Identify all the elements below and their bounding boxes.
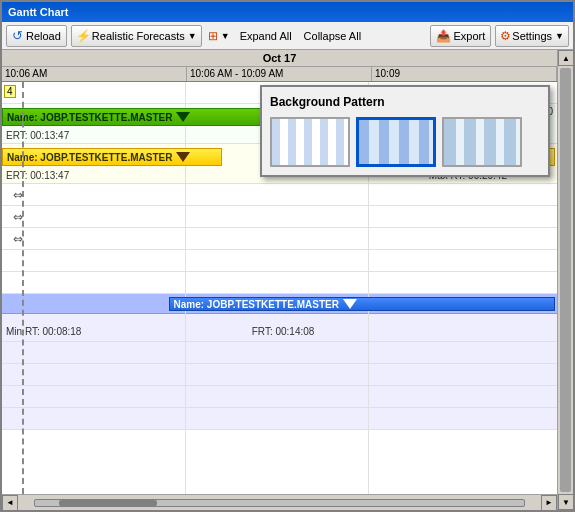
green-bar-label: Name: JOBP.TESTKETTE.MASTER (7, 112, 172, 123)
expand-dropdown-arrow: ▼ (221, 31, 230, 41)
ert-text-2: ERT: 00:13:47 (6, 170, 69, 181)
toolbar: ↺ Reload ⚡ Realistic Forecasts ▼ ⊞ ▼ Exp… (2, 22, 573, 50)
horizontal-scrollbar[interactable]: ◄ ► (2, 494, 557, 510)
forecast-dropdown-arrow: ▼ (188, 31, 197, 41)
yellow-bar-label: Name: JOBP.TESTKETTE.MASTER (7, 152, 172, 163)
table-row: Min RT: 00:08:18 FRT: 00:14:08 (2, 314, 557, 342)
blue-bar[interactable]: Name: JOBP.TESTKETTE.MASTER (169, 297, 556, 311)
export-button[interactable]: 📤 Export (430, 25, 492, 47)
expand-icon-btn[interactable]: ⊞ ▼ (206, 25, 232, 47)
table-row (2, 364, 557, 386)
expand-all-button[interactable]: Expand All (236, 25, 296, 47)
vscroll-thumb[interactable] (560, 68, 571, 492)
table-row: ⇔ (2, 184, 557, 206)
forecast-icon: ⚡ (76, 29, 91, 43)
realistic-forecasts-label: Realistic Forecasts (92, 30, 185, 42)
resize-handle-3[interactable]: ⇔ (12, 232, 24, 246)
table-row (2, 408, 557, 430)
pattern-stripes-dark (444, 119, 520, 165)
pattern-option-1[interactable] (270, 117, 350, 167)
pattern-options (270, 117, 540, 167)
time-cell-3: 10:09 (372, 67, 557, 81)
pattern-stripes-medium (359, 120, 433, 164)
ert-text-1: ERT: 00:13:47 (6, 130, 69, 141)
expand-all-label: Expand All (240, 30, 292, 42)
table-row (2, 250, 557, 272)
realistic-forecasts-button[interactable]: ⚡ Realistic Forecasts ▼ (71, 25, 202, 47)
resize-handle-2[interactable]: ⇔ (12, 210, 24, 224)
row-number: 4 (4, 85, 16, 98)
collapse-all-button[interactable]: Collapse All (300, 25, 365, 47)
expand-icon: ⊞ (208, 29, 218, 43)
scroll-right-button[interactable]: ► (541, 495, 557, 511)
settings-label: Settings (512, 30, 552, 42)
title-bar: Gantt Chart (2, 2, 573, 22)
background-pattern-popup: Background Pattern (260, 85, 550, 177)
vertical-scrollbar[interactable]: ▲ ▼ (557, 50, 573, 510)
date-header: Oct 17 (2, 50, 557, 67)
yellow-bar[interactable]: Name: JOBP.TESTKETTE.MASTER (2, 148, 222, 166)
time-header: 10:06 AM 10:06 AM - 10:09 AM 10:09 (2, 67, 557, 81)
popup-title: Background Pattern (270, 95, 540, 109)
main-area: Oct 17 10:06 AM 10:06 AM - 10:09 AM 10:0… (2, 50, 573, 510)
scroll-up-button[interactable]: ▲ (558, 50, 573, 66)
blue-bar-label: Name: JOBP.TESTKETTE.MASTER (174, 299, 339, 310)
settings-button[interactable]: ⚙ Settings ▼ (495, 25, 569, 47)
pattern-option-2[interactable] (356, 117, 436, 167)
time-1: 10:06 AM (5, 68, 47, 79)
time-cell-2: 10:06 AM - 10:09 AM (187, 67, 372, 81)
collapse-all-label: Collapse All (304, 30, 361, 42)
table-row (2, 272, 557, 294)
scroll-left-button[interactable]: ◄ (2, 495, 18, 511)
blue-bar-marker (343, 299, 357, 309)
resize-handle-1[interactable]: ⇔ (12, 188, 24, 202)
gantt-window: Gantt Chart ↺ Reload ⚡ Realistic Forecas… (0, 0, 575, 512)
export-icon: 📤 (436, 29, 451, 43)
header-date: Oct 17 (263, 52, 297, 64)
pattern-stripes-light (272, 119, 348, 165)
table-row: ⇔ (2, 206, 557, 228)
time-cell-1: 10:06 AM (2, 67, 187, 81)
green-bar-marker (176, 112, 190, 122)
gantt-header: Oct 17 10:06 AM 10:06 AM - 10:09 AM 10:0… (2, 50, 557, 82)
blue-section-row: Name: JOBP.TESTKETTE.MASTER (2, 294, 557, 314)
frt-text: FRT: 00:14:08 (252, 326, 315, 337)
yellow-bar-marker (176, 152, 190, 162)
table-row (2, 386, 557, 408)
min-rt-text: Min RT: 00:08:18 (6, 326, 81, 337)
scroll-track[interactable] (34, 499, 525, 507)
reload-label: Reload (26, 30, 61, 42)
window-title: Gantt Chart (8, 6, 69, 18)
time-2: 10:06 AM - 10:09 AM (190, 68, 283, 79)
reload-icon: ↺ (12, 28, 23, 43)
time-3: 10:09 (375, 68, 400, 79)
settings-icon: ⚙ (500, 29, 511, 43)
settings-dropdown-arrow: ▼ (555, 31, 564, 41)
dashed-line (22, 82, 24, 494)
reload-button[interactable]: ↺ Reload (6, 25, 67, 47)
table-row: ⇔ (2, 228, 557, 250)
table-row (2, 342, 557, 364)
export-label: Export (454, 30, 486, 42)
scroll-thumb[interactable] (59, 500, 157, 506)
scroll-down-button[interactable]: ▼ (558, 494, 573, 510)
pattern-option-3[interactable] (442, 117, 522, 167)
